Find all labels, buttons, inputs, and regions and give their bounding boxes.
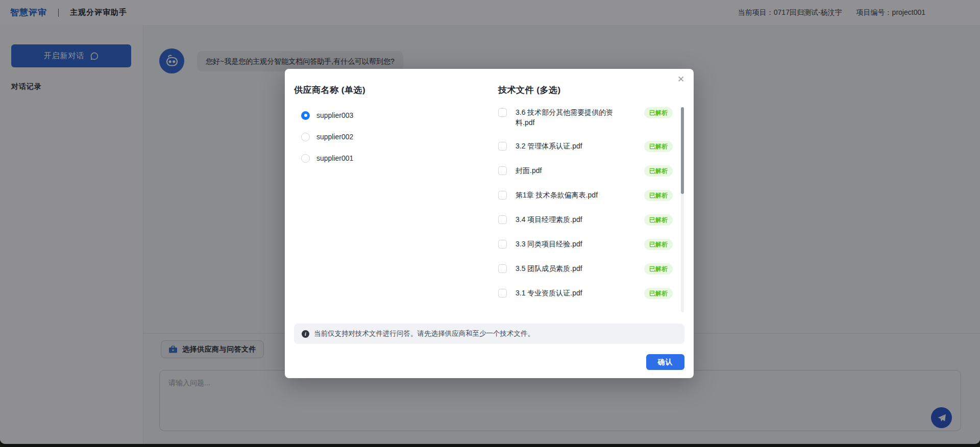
file-name: 3.6 技术部分其他需要提供的资料.pdf <box>516 107 620 128</box>
checkbox-icon[interactable] <box>498 142 507 151</box>
file-row: 封面.pdf已解析 <box>498 165 673 177</box>
file-name: 封面.pdf <box>516 165 620 176</box>
checkbox-icon[interactable] <box>498 289 507 297</box>
supplier-options: supplier003supplier002supplier001 <box>301 110 353 175</box>
parsed-status-badge: 已解析 <box>644 165 673 177</box>
file-name: 3.3 同类项目经验.pdf <box>516 239 620 249</box>
checkbox-icon[interactable] <box>498 166 507 175</box>
info-icon: i <box>302 330 309 338</box>
file-list-scrollbar[interactable] <box>681 107 684 312</box>
supplier-option-label: supplier001 <box>316 154 353 162</box>
file-row: 3.4 项目经理素质.pdf已解析 <box>498 214 673 226</box>
notice-text: 当前仅支持对技术文件进行问答。请先选择供应商和至少一个技术文件。 <box>314 329 534 338</box>
confirm-button[interactable]: 确认 <box>646 354 684 370</box>
file-name: 第1章 技术条款偏离表.pdf <box>516 190 620 200</box>
supplier-option-label: supplier003 <box>316 111 353 119</box>
parsed-status-badge: 已解析 <box>644 263 673 275</box>
file-row: 3.1 专业资质认证.pdf已解析 <box>498 288 673 299</box>
file-name: 3.1 专业资质认证.pdf <box>516 288 620 298</box>
supplier-option-supplier002[interactable]: supplier002 <box>301 132 353 142</box>
checkbox-icon[interactable] <box>498 240 507 249</box>
radio-icon[interactable] <box>301 154 310 163</box>
checkbox-icon[interactable] <box>498 264 507 273</box>
supplier-option-label: supplier002 <box>316 133 353 141</box>
notice-banner: i 当前仅支持对技术文件进行问答。请先选择供应商和至少一个技术文件。 <box>294 324 684 344</box>
close-icon[interactable]: ✕ <box>674 73 688 86</box>
files-section-title: 技术文件 (多选) <box>498 84 561 96</box>
parsed-status-badge: 已解析 <box>644 107 673 118</box>
parsed-status-badge: 已解析 <box>644 190 673 201</box>
file-row: 3.2 管理体系认证.pdf已解析 <box>498 141 673 152</box>
scrollbar-thumb[interactable] <box>681 107 684 194</box>
parsed-status-badge: 已解析 <box>644 141 673 152</box>
file-name: 3.4 项目经理素质.pdf <box>516 214 620 225</box>
checkbox-icon[interactable] <box>498 108 507 117</box>
supplier-option-supplier001[interactable]: supplier001 <box>301 153 353 163</box>
file-name: 3.5 团队成员素质.pdf <box>516 263 620 274</box>
radio-selected-icon[interactable] <box>301 111 310 120</box>
file-row: 3.3 同类项目经验.pdf已解析 <box>498 239 673 250</box>
supplier-option-supplier003[interactable]: supplier003 <box>301 110 353 120</box>
parsed-status-badge: 已解析 <box>644 288 673 299</box>
checkbox-icon[interactable] <box>498 191 507 200</box>
file-row: 第1章 技术条款偏离表.pdf已解析 <box>498 190 673 201</box>
parsed-status-badge: 已解析 <box>644 214 673 226</box>
supplier-section-title: 供应商名称 (单选) <box>294 84 365 96</box>
file-row: 3.6 技术部分其他需要提供的资料.pdf已解析 <box>498 107 673 128</box>
checkbox-icon[interactable] <box>498 215 507 224</box>
file-list: 3.6 技术部分其他需要提供的资料.pdf已解析3.2 管理体系认证.pdf已解… <box>498 107 673 312</box>
parsed-status-badge: 已解析 <box>644 239 673 250</box>
file-name: 3.2 管理体系认证.pdf <box>516 141 620 151</box>
supplier-file-dialog: ✕ 供应商名称 (单选) 技术文件 (多选) supplier003suppli… <box>285 69 694 378</box>
file-row: 3.5 团队成员素质.pdf已解析 <box>498 263 673 275</box>
radio-icon[interactable] <box>301 133 310 141</box>
